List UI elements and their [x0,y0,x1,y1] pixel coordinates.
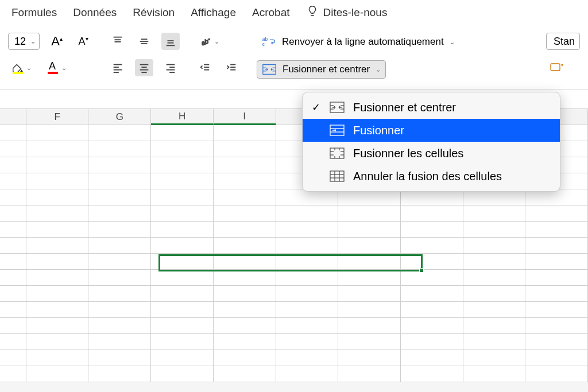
cell[interactable] [525,366,588,382]
cell[interactable] [214,366,276,382]
cell[interactable] [88,157,151,173]
cell[interactable] [463,350,526,366]
cell[interactable] [88,173,151,189]
cell[interactable] [214,302,276,318]
cell[interactable] [88,222,151,238]
cell[interactable] [214,254,276,270]
cell[interactable] [401,222,463,238]
cell[interactable] [276,270,339,286]
cell[interactable] [214,334,276,350]
cell[interactable] [151,125,214,141]
cell[interactable] [151,334,214,350]
menu-tellme[interactable]: Dites-le-nous [306,5,388,20]
cell[interactable] [401,366,463,382]
cell[interactable] [463,205,526,222]
align-middle-button[interactable] [135,33,153,50]
cell[interactable] [88,334,151,350]
cell[interactable] [0,350,26,366]
align-top-button[interactable] [109,33,127,50]
cell[interactable] [214,205,276,222]
cell[interactable] [88,350,151,366]
cell[interactable] [525,350,588,366]
cell[interactable] [276,254,339,270]
cell[interactable] [88,189,151,205]
cell[interactable] [26,350,89,366]
col-header-h[interactable]: H [151,109,214,125]
cell[interactable] [463,302,526,318]
cell[interactable] [276,205,339,222]
cell[interactable] [151,157,214,173]
cell[interactable] [88,270,151,286]
cell[interactable] [214,286,276,302]
cell[interactable] [525,222,588,238]
dropdown-item-merge-across[interactable]: Fusionner [303,119,560,142]
fill-color-button[interactable]: ⌄ [8,59,35,76]
cell[interactable] [88,366,151,382]
align-left-button[interactable] [109,59,127,76]
dropdown-item-merge-center[interactable]: ✓Fusionner et centrer [303,96,560,119]
cell[interactable] [26,302,89,318]
cell[interactable] [463,254,526,270]
align-center-button[interactable] [135,59,153,76]
cell[interactable] [0,254,26,270]
decrease-indent-button[interactable] [196,59,214,76]
cell[interactable] [525,238,588,254]
cell[interactable] [214,318,276,334]
cell[interactable] [0,222,26,238]
font-color-button[interactable]: A ⌄ [43,59,70,76]
cell[interactable] [151,189,214,205]
cell[interactable] [463,238,526,254]
cell[interactable] [26,205,89,222]
cell[interactable] [214,350,276,366]
cell[interactable] [88,238,151,254]
cell[interactable] [525,189,588,205]
cell[interactable] [401,189,463,205]
cell[interactable] [463,334,526,350]
cell[interactable] [0,238,26,254]
cell[interactable] [463,189,526,205]
cell[interactable] [214,141,276,157]
cell[interactable] [26,270,89,286]
cell[interactable] [151,286,214,302]
cell[interactable] [338,189,401,205]
cell[interactable] [276,286,339,302]
cell[interactable] [401,350,463,366]
cell[interactable] [151,254,214,270]
cell[interactable] [525,302,588,318]
cell[interactable] [151,173,214,189]
cell[interactable] [26,222,89,238]
cell[interactable] [151,238,214,254]
cell[interactable] [338,334,401,350]
cell[interactable] [151,350,214,366]
merge-center-button[interactable]: Fusionner et centrer ⌄ [257,60,386,79]
cell[interactable] [338,318,401,334]
cell[interactable] [214,125,276,141]
cell[interactable] [338,238,401,254]
cell[interactable] [525,334,588,350]
cell[interactable] [463,286,526,302]
number-format-dropdown[interactable]: Stan [546,33,580,50]
cell[interactable] [463,222,526,238]
cell[interactable] [276,334,339,350]
cell[interactable] [26,173,89,189]
cell[interactable] [151,270,214,286]
menu-revision[interactable]: Révision [133,6,175,19]
cell[interactable] [276,302,339,318]
cell[interactable] [0,318,26,334]
decrease-font-button[interactable]: A▾ [74,33,92,50]
dropdown-item-merge-cells[interactable]: Fusionner les cellules [303,142,560,165]
cell[interactable] [26,318,89,334]
cell[interactable] [525,318,588,334]
cell[interactable] [26,254,89,270]
cell[interactable] [338,254,401,270]
cell[interactable] [0,302,26,318]
menu-donnees[interactable]: Données [73,6,117,19]
cell[interactable] [463,270,526,286]
dropdown-item-unmerge[interactable]: Annuler la fusion des cellules [303,165,560,188]
select-all-corner[interactable] [0,109,26,125]
cell[interactable] [214,157,276,173]
font-size-dropdown[interactable]: 12 ⌄ [8,33,40,50]
cell[interactable] [151,222,214,238]
cell[interactable] [401,205,463,222]
cell[interactable] [0,205,26,222]
